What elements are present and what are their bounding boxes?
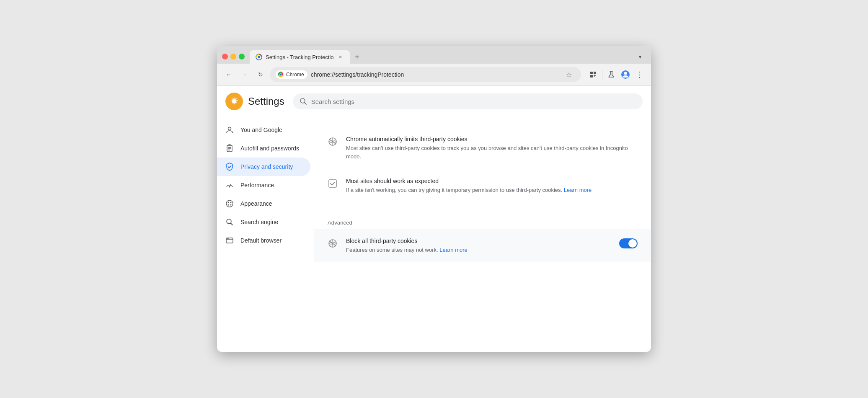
sidebar-item-autofill[interactable]: Autofill and passwords <box>217 139 310 158</box>
setting-text-1: Chrome automatically limits third-party … <box>346 136 638 160</box>
content-area: Chrome automatically limits third-party … <box>314 117 651 352</box>
block-cookies-toggle[interactable] <box>619 238 638 248</box>
settings-logo: Settings <box>225 93 284 110</box>
reload-button[interactable]: ↻ <box>254 68 267 81</box>
svg-point-21 <box>226 200 233 207</box>
active-tab[interactable]: Settings - Tracking Protectio ✕ <box>250 50 350 64</box>
maximize-button[interactable] <box>239 54 245 59</box>
svg-line-27 <box>231 223 233 225</box>
search-box[interactable] <box>293 93 643 109</box>
close-button[interactable] <box>222 54 228 59</box>
svg-point-23 <box>230 202 232 203</box>
setting-item-1: Chrome automatically limits third-party … <box>328 127 638 169</box>
toolbar-actions: ⋮ <box>587 68 646 81</box>
chrome-logo-icon <box>277 71 284 78</box>
sidebar-label-you-and-google: You and Google <box>240 127 282 133</box>
chrome-badge: Chrome <box>276 70 307 79</box>
svg-point-25 <box>230 204 232 206</box>
url-text: chrome://settings/trackingProtection <box>311 71 559 78</box>
advanced-label: Advanced <box>314 213 651 229</box>
address-bar[interactable]: Chrome chrome://settings/trackingProtect… <box>270 67 581 82</box>
sidebar-item-you-and-google[interactable]: You and Google <box>217 121 310 139</box>
tab-favicon <box>256 54 262 60</box>
browser-icon <box>225 236 234 245</box>
shield-icon <box>225 163 234 171</box>
svg-rect-7 <box>590 75 593 78</box>
sidebar-label-search-engine: Search engine <box>240 219 278 225</box>
setting-text-3: Block all third-party cookies Features o… <box>346 238 611 254</box>
search-sidebar-icon <box>225 218 234 226</box>
tab-title: Settings - Tracking Protectio <box>266 54 334 60</box>
bookmark-icon[interactable]: ☆ <box>563 68 575 81</box>
search-input[interactable] <box>311 98 636 105</box>
svg-rect-6 <box>594 72 596 74</box>
sidebar: You and Google Autofill and passwords <box>217 117 314 352</box>
extensions-icon[interactable] <box>587 68 599 81</box>
toolbar-divider <box>602 70 602 79</box>
svg-point-31 <box>228 238 229 239</box>
palette-icon <box>225 199 234 208</box>
tab-close-button[interactable]: ✕ <box>337 54 344 60</box>
advanced-section: Block all third-party cookies Features o… <box>314 229 651 263</box>
settings-page: Settings <box>217 86 651 352</box>
tab-dropdown-button[interactable]: ▾ <box>634 51 646 63</box>
settings-header: Settings <box>217 86 651 117</box>
new-tab-button[interactable]: + <box>351 51 363 63</box>
sidebar-label-appearance: Appearance <box>240 200 272 207</box>
sidebar-label-default-browser: Default browser <box>240 237 282 244</box>
svg-line-13 <box>304 103 306 105</box>
svg-point-30 <box>227 238 228 239</box>
search-icon <box>300 98 307 105</box>
back-button[interactable]: ← <box>222 68 235 81</box>
settings-logo-circle <box>225 93 243 110</box>
clipboard-icon <box>225 144 234 152</box>
sidebar-item-search-engine[interactable]: Search engine <box>217 213 310 231</box>
setting-text-2: Most sites should work as expected If a … <box>346 178 638 194</box>
browser-window: Settings - Tracking Protectio ✕ + ▾ ← → … <box>217 46 651 352</box>
setting-desc-2: If a site isn't working, you can try giv… <box>346 186 638 194</box>
sidebar-item-appearance[interactable]: Appearance <box>217 194 310 213</box>
svg-rect-35 <box>329 180 336 187</box>
sidebar-item-default-browser[interactable]: Default browser <box>217 231 310 250</box>
setting-item-2: Most sites should work as expected If a … <box>328 169 638 203</box>
setting-title-1: Chrome automatically limits third-party … <box>346 136 638 142</box>
settings-body: You and Google Autofill and passwords <box>217 117 651 352</box>
lab-icon[interactable] <box>605 68 617 81</box>
traffic-lights <box>222 54 245 64</box>
svg-point-14 <box>228 127 231 130</box>
learn-more-link-1[interactable]: Learn more <box>564 187 592 193</box>
sidebar-label-performance: Performance <box>240 182 274 189</box>
toolbar: ← → ↻ Chrome chrome://settings/trackingP… <box>217 64 651 86</box>
svg-point-1 <box>258 56 260 58</box>
svg-point-10 <box>624 72 627 75</box>
profile-icon[interactable] <box>619 68 632 81</box>
svg-rect-5 <box>590 72 593 74</box>
svg-point-4 <box>280 74 282 76</box>
learn-more-link-2[interactable]: Learn more <box>439 247 467 253</box>
person-icon <box>225 126 234 134</box>
minimize-button[interactable] <box>230 54 236 59</box>
sidebar-label-privacy: Privacy and security <box>240 163 293 170</box>
no-tracking-icon <box>328 137 338 147</box>
gauge-icon <box>225 181 234 189</box>
svg-point-20 <box>229 186 230 188</box>
svg-point-24 <box>228 204 229 206</box>
svg-point-22 <box>228 202 229 203</box>
title-bar: Settings - Tracking Protectio ✕ + ▾ <box>217 46 651 64</box>
block-tracking-icon <box>328 238 338 248</box>
checkbox-icon <box>328 178 338 189</box>
sidebar-label-autofill: Autofill and passwords <box>240 145 299 152</box>
setting-desc-3: Features on some sites may not work. Lea… <box>346 246 611 254</box>
sidebar-item-performance[interactable]: Performance <box>217 176 310 194</box>
setting-title-2: Most sites should work as expected <box>346 178 638 184</box>
menu-icon[interactable]: ⋮ <box>633 68 646 81</box>
forward-button[interactable]: → <box>238 68 251 81</box>
content-section: Chrome automatically limits third-party … <box>314 117 651 213</box>
settings-logo-icon <box>229 96 240 107</box>
chrome-badge-text: Chrome <box>286 72 304 78</box>
page-title: Settings <box>248 96 284 107</box>
setting-desc-1: Most sites can't use third-party cookies… <box>346 144 638 160</box>
sidebar-item-privacy[interactable]: Privacy and security <box>217 158 310 176</box>
setting-title-3: Block all third-party cookies <box>346 238 611 244</box>
